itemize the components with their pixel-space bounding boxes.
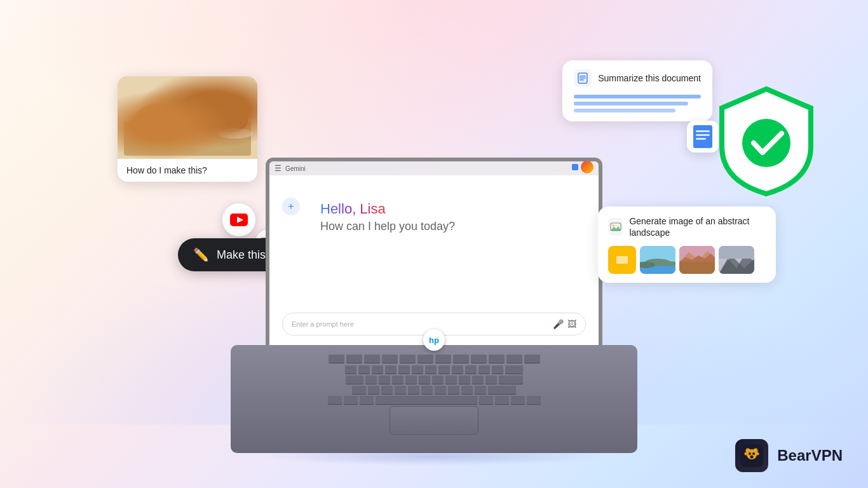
bearvpn-icon: [735, 439, 768, 472]
pencil-icon: ✏️: [193, 247, 209, 262]
svg-point-6: [216, 109, 248, 132]
svg-point-10: [229, 121, 232, 123]
svg-rect-39: [679, 262, 715, 274]
youtube-bubble[interactable]: [222, 203, 255, 236]
landscape-thumb-1[interactable]: [640, 246, 675, 274]
food-image: [118, 76, 257, 159]
svg-point-3: [133, 100, 172, 128]
document-icon: [574, 69, 592, 87]
food-recipe-card[interactable]: How do I make this?: [118, 76, 257, 182]
trackpad[interactable]: [390, 406, 478, 435]
bearvpn-logo: [740, 444, 763, 467]
svg-point-46: [742, 119, 790, 167]
svg-point-11: [217, 128, 253, 139]
generate-title: Generate image of an abstract landscape: [629, 215, 766, 238]
svg-point-9: [234, 118, 237, 121]
mic-icon[interactable]: 🎤: [553, 319, 564, 329]
gemini-greeting: Hello, Lisa: [320, 201, 573, 217]
summarize-title: Summarize this document: [598, 73, 701, 83]
landscape-thumb-3[interactable]: [719, 246, 754, 274]
shield-svg: [715, 83, 817, 197]
svg-point-4: [174, 98, 226, 132]
gemini-interface: + Hello, Lisa How can I help you today? …: [269, 175, 599, 348]
summarize-lines: [574, 95, 701, 112]
svg-rect-45: [719, 246, 754, 259]
image-previews: [608, 246, 766, 274]
svg-point-53: [749, 452, 751, 455]
svg-rect-0: [118, 76, 257, 159]
svg-rect-23: [580, 79, 584, 81]
laptop-screen: ☰ Gemini + Hello, Lisa How can I help yo…: [266, 158, 602, 348]
svg-rect-27: [696, 138, 706, 140]
key-row-fn: [243, 355, 625, 363]
svg-point-55: [750, 456, 754, 459]
svg-rect-26: [696, 134, 710, 136]
key-row-space: [243, 396, 625, 404]
gemini-plus-btn[interactable]: +: [282, 198, 300, 215]
youtube-icon: [230, 214, 248, 226]
input-placeholder: Enter a prompt here: [292, 320, 354, 328]
svg-point-5: [179, 100, 219, 125]
svg-point-29: [613, 225, 614, 227]
svg-rect-25: [696, 130, 710, 132]
docs-icon: [693, 125, 712, 148]
generate-image-card[interactable]: Generate image of an abstract landscape: [598, 207, 776, 283]
hp-logo: hp: [423, 329, 445, 351]
summarize-card[interactable]: Summarize this document: [562, 60, 712, 121]
svg-rect-21: [580, 76, 586, 77]
user-avatar[interactable]: [581, 161, 593, 173]
key-row-2: [243, 376, 625, 384]
svg-rect-1: [124, 121, 251, 156]
menu-icon[interactable]: ☰: [275, 164, 281, 173]
landscape-thumb-2[interactable]: [679, 246, 715, 274]
gemini-subtext: How can I help you today?: [320, 220, 573, 233]
generate-header: Generate image of an abstract landscape: [608, 215, 766, 238]
svg-rect-22: [580, 78, 586, 79]
image-icon[interactable]: 🖼: [567, 319, 576, 329]
summarize-header: Summarize this document: [574, 69, 701, 87]
bearvpn-name: BearVPN: [777, 447, 843, 464]
svg-point-52: [756, 452, 759, 456]
svg-point-2: [130, 98, 180, 137]
svg-point-49: [746, 449, 750, 453]
svg-rect-24: [693, 125, 712, 148]
google-docs-bubble[interactable]: [687, 121, 719, 152]
keyboard-keys: [231, 345, 637, 404]
svg-point-54: [752, 452, 755, 455]
scene: How do I make this? ✏️ Make this email m…: [0, 0, 868, 488]
svg-point-7: [218, 110, 246, 129]
screen-content: ☰ Gemini + Hello, Lisa How can I help yo…: [269, 161, 599, 348]
app-name: Gemini: [285, 165, 306, 172]
food-question-text: How do I make this?: [118, 159, 257, 182]
key-row-3: [243, 386, 625, 394]
key-row-1: [243, 365, 625, 374]
slides-icon: [614, 254, 630, 266]
grid-icon[interactable]: [572, 164, 578, 170]
svg-point-51: [745, 452, 748, 456]
summarize-line-1: [574, 95, 701, 98]
summarize-line-3: [574, 109, 675, 112]
summarize-line-2: [574, 102, 688, 105]
svg-rect-32: [616, 256, 628, 264]
laptop-keyboard-area: hp: [231, 345, 637, 453]
svg-point-50: [754, 449, 758, 453]
svg-point-8: [227, 116, 231, 119]
chrome-topbar: ☰ Gemini: [269, 161, 599, 175]
image-gen-icon: [608, 218, 623, 236]
slides-icon-thumb[interactable]: [608, 246, 636, 274]
bearvpn-badge[interactable]: BearVPN: [735, 439, 843, 472]
security-shield: [715, 83, 817, 197]
